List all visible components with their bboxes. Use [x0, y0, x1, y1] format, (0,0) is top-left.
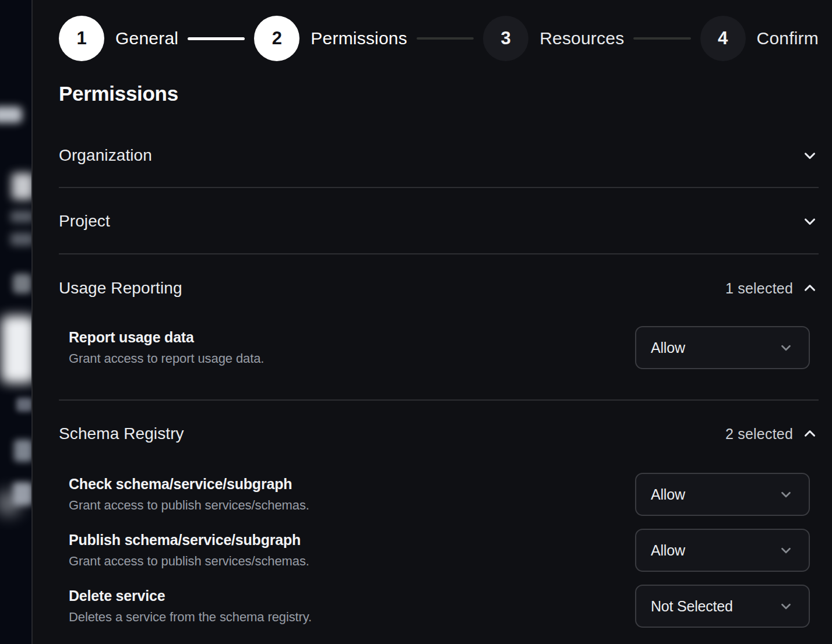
step-number-badge: 1 — [59, 16, 104, 61]
chevron-down-icon — [778, 543, 794, 558]
permission-row-publish-schema: Publish schema/service/subgraph Grant ac… — [69, 529, 810, 572]
permission-description: Grant access to publish services/schemas… — [69, 498, 309, 513]
chevron-up-icon — [801, 425, 819, 443]
step-resources[interactable]: 3 Resources — [483, 16, 624, 61]
step-label: Permissions — [311, 29, 407, 48]
permission-description: Grant access to publish services/schemas… — [69, 554, 309, 569]
blurred-nav-icon — [13, 274, 31, 293]
dropdown-value: Not Selected — [651, 598, 733, 615]
section-schema-registry[interactable]: Schema Registry 2 selected — [59, 412, 819, 455]
step-number-badge: 3 — [483, 16, 528, 61]
permission-row-report-usage-data: Report usage data Grant access to report… — [69, 326, 810, 369]
permission-row-check-schema: Check schema/service/subgraph Grant acce… — [69, 473, 810, 516]
section-title: Schema Registry — [59, 424, 184, 443]
section-organization[interactable]: Organization — [59, 134, 819, 177]
permission-name: Publish schema/service/subgraph — [69, 532, 309, 549]
stepper-connector — [417, 37, 474, 40]
chevron-down-icon — [778, 487, 794, 502]
dropdown-value: Allow — [651, 486, 685, 503]
section-divider — [59, 399, 819, 401]
chevron-down-icon — [801, 147, 819, 164]
stepper-connector-active — [188, 37, 245, 40]
section-project[interactable]: Project — [59, 200, 819, 243]
blurred-text-line — [13, 482, 31, 505]
background-sidebar — [0, 0, 31, 644]
permission-select-publish-schema[interactable]: Allow — [635, 529, 810, 572]
stepper-connector — [633, 37, 690, 40]
permission-description: Grant access to report usage data. — [69, 351, 264, 366]
permission-select-check-schema[interactable]: Allow — [635, 473, 810, 516]
step-label: Resources — [540, 29, 624, 48]
blurred-text-line — [10, 233, 31, 246]
wizard-stepper: 1 General 2 Permissions 3 Resources 4 Co… — [59, 16, 819, 61]
create-key-modal: 1 General 2 Permissions 3 Resources 4 Co… — [33, 0, 832, 644]
chevron-up-icon — [801, 279, 819, 297]
selected-count-badge: 1 selected — [725, 280, 793, 297]
permission-name: Delete service — [69, 588, 312, 604]
blurred-text-line — [10, 211, 31, 222]
permission-description: Deletes a service from the schema regist… — [69, 610, 312, 625]
permission-select-delete-service[interactable]: Not Selected — [635, 585, 810, 628]
dropdown-value: Allow — [651, 542, 685, 559]
blurred-text-line — [14, 440, 31, 462]
step-label: General — [115, 29, 178, 48]
permission-row-delete-service: Delete service Deletes a service from th… — [69, 585, 810, 628]
step-number-badge: 2 — [254, 16, 299, 61]
selected-count-badge: 2 selected — [725, 426, 793, 443]
step-number-badge: 4 — [700, 16, 746, 61]
page-title: Permissions — [59, 82, 178, 105]
chevron-down-icon — [778, 599, 794, 614]
blurred-text-line — [16, 398, 31, 412]
permission-name: Check schema/service/subgraph — [69, 476, 309, 493]
permission-select-report-usage-data[interactable]: Allow — [635, 326, 810, 369]
section-usage-reporting[interactable]: Usage Reporting 1 selected — [59, 267, 819, 310]
step-general[interactable]: 1 General — [59, 16, 178, 61]
section-title: Project — [59, 212, 110, 231]
blurred-active-button — [1, 316, 31, 383]
chevron-down-icon — [801, 213, 819, 230]
blurred-brand-text — [12, 173, 31, 200]
section-divider — [59, 253, 819, 254]
step-permissions[interactable]: 2 Permissions — [254, 16, 407, 61]
chevron-down-icon — [778, 340, 794, 355]
step-label: Confirm — [757, 29, 819, 48]
blurred-nav-pill — [0, 107, 22, 123]
permission-name: Report usage data — [69, 329, 264, 346]
dropdown-value: Allow — [651, 339, 685, 356]
section-divider — [59, 187, 819, 188]
section-title: Organization — [59, 146, 152, 165]
permissions-wizard-screen: 1 General 2 Permissions 3 Resources 4 Co… — [0, 0, 832, 644]
step-confirm[interactable]: 4 Confirm — [700, 16, 819, 61]
section-title: Usage Reporting — [59, 279, 182, 298]
